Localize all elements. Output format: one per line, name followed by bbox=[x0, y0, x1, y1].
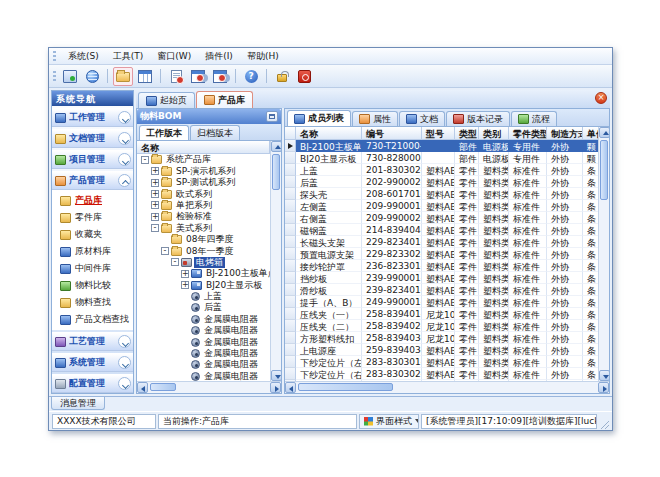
table-row[interactable]: BJ-2100主板单点730-T21000-12I部件电源板专用件外协颗 bbox=[285, 140, 598, 152]
sidebar-item-物料比较[interactable]: 物料比较 bbox=[52, 277, 133, 294]
tree-expand-box-icon[interactable]: + bbox=[181, 270, 189, 278]
sidebar-item-收藏夹[interactable]: 收藏夹 bbox=[52, 226, 133, 243]
sidebar-section-配置管理[interactable]: 配置管理 bbox=[52, 374, 133, 393]
table-row[interactable]: 预置电源支架229-823302-00I塑料ABS零件塑料类标准件外协条 bbox=[285, 248, 598, 260]
tree-node-金属膜电阻器[interactable]: 金属膜电阻器 bbox=[137, 371, 270, 381]
tree-node-单把系列[interactable]: +单把系列 bbox=[137, 200, 270, 211]
tree-collapse-box-icon[interactable]: - bbox=[141, 156, 149, 164]
doc-tab-产品库[interactable]: 产品库 bbox=[196, 91, 253, 108]
sidebar-item-原材料库[interactable]: 原材料库 bbox=[52, 243, 133, 260]
menu-item[interactable]: 帮助(H) bbox=[240, 49, 286, 64]
tree-collapse-box-icon[interactable]: - bbox=[161, 247, 169, 255]
table-row[interactable]: 左侧盖209-990001-01I塑料ABS零件塑料类标准件外协条 bbox=[285, 200, 598, 212]
chevron-down-icon[interactable] bbox=[118, 335, 131, 348]
table-row[interactable]: 长磁头支架229-823401-00I塑料ABS零件塑料类标准件外协条 bbox=[285, 236, 598, 248]
table-row[interactable]: 后盖202-990002-01I塑料ABS零件塑料类标准件外协条 bbox=[285, 176, 598, 188]
detail-tab-流程[interactable]: 流程 bbox=[511, 111, 557, 126]
sidebar-item-产品库[interactable]: 产品库 bbox=[52, 192, 133, 209]
chevron-down-icon[interactable] bbox=[118, 111, 131, 124]
menu-item[interactable]: 工具(T) bbox=[106, 49, 151, 64]
detail-tab-成员列表[interactable]: 成员列表 bbox=[287, 110, 351, 126]
column-header-制造方式[interactable]: 制造方式 bbox=[547, 127, 583, 140]
tree-node-SP-测试机系列[interactable]: +SP-测试机系列 bbox=[137, 177, 270, 188]
table-row[interactable]: 探头壳208-601701-01I塑料ABS零件塑料类标准件外协条 bbox=[285, 188, 598, 200]
table-row[interactable]: BJ20主显示板730-828000-04I部件电源板专用件外协颗 bbox=[285, 152, 598, 164]
column-header-类型[interactable]: 类型 bbox=[455, 127, 479, 140]
chevron-down-icon[interactable] bbox=[118, 356, 131, 369]
version-tab-归档版本[interactable]: 归档版本 bbox=[190, 125, 240, 140]
toolbar-button-window-close-all[interactable] bbox=[210, 67, 230, 86]
ui-style-dropdown[interactable]: 界面样式 bbox=[359, 414, 419, 429]
column-header-名称[interactable]: 名称 bbox=[296, 127, 362, 140]
tree-node-系统产品库[interactable]: -系统产品库 bbox=[137, 154, 270, 165]
detail-tab-文档[interactable]: 文档 bbox=[399, 111, 445, 126]
scroll-right-button[interactable] bbox=[598, 382, 609, 393]
table-row[interactable]: 下纱定位片（左）283-830301-00I塑料ABS零件塑料类标准件外协条 bbox=[285, 356, 598, 368]
scroll-down-button[interactable] bbox=[271, 370, 281, 381]
toolbar-button-monitor[interactable] bbox=[60, 67, 80, 86]
table-row[interactable]: 挡纱板239-990001-01I塑料ABS零件塑料类标准件外协条 bbox=[285, 272, 598, 284]
scroll-thumb[interactable] bbox=[150, 383, 176, 391]
toolbar-button-window-close[interactable] bbox=[188, 67, 208, 86]
resize-grip[interactable] bbox=[599, 419, 609, 429]
chevron-down-icon[interactable] bbox=[118, 377, 131, 390]
table-horizontal-scrollbar[interactable] bbox=[285, 381, 609, 393]
scroll-thumb[interactable] bbox=[272, 154, 280, 190]
tree-node-电烤箱[interactable]: -电烤箱 bbox=[137, 257, 270, 268]
column-header-类别[interactable]: 类别 bbox=[479, 127, 509, 140]
tree-expand-box-icon[interactable]: + bbox=[151, 179, 159, 187]
sidebar-item-产品文档查找[interactable]: 产品文档查找 bbox=[52, 311, 133, 328]
toolbar-grip[interactable] bbox=[53, 71, 56, 82]
menu-grip[interactable] bbox=[53, 51, 56, 62]
tree-node-欧式系列[interactable]: +欧式系列 bbox=[137, 189, 270, 200]
tree-vertical-scrollbar[interactable] bbox=[270, 141, 281, 381]
toolbar-button-globe[interactable] bbox=[82, 67, 102, 86]
toolbar-button-help[interactable]: ? bbox=[241, 67, 261, 86]
column-header-零件类型[interactable]: 零件类型 bbox=[509, 127, 547, 140]
table-row[interactable]: 上盖201-830302-00I塑料ABS零件塑料类标准件外协条 bbox=[285, 164, 598, 176]
tree-horizontal-scrollbar[interactable] bbox=[137, 381, 281, 393]
sidebar-section-工艺管理[interactable]: 工艺管理 bbox=[52, 332, 133, 351]
menu-item[interactable]: 插件(I) bbox=[198, 49, 240, 64]
table-row[interactable]: 上电源座259-839403-00I塑料ABS零件塑料类标准件外协条 bbox=[285, 344, 598, 356]
table-row[interactable]: 压线夹（一）258-839401-00I尼龙1010零件塑料类标准件外协条 bbox=[285, 308, 598, 320]
table-vertical-scrollbar[interactable] bbox=[598, 127, 609, 381]
toolbar-button-folder[interactable] bbox=[113, 67, 133, 86]
scroll-thumb[interactable] bbox=[298, 383, 393, 391]
tree-node-08年四季度[interactable]: 08年四季度 bbox=[137, 234, 270, 245]
sidebar-item-零件库[interactable]: 零件库 bbox=[52, 209, 133, 226]
tree-expand-box-icon[interactable]: + bbox=[151, 190, 159, 198]
scroll-left-button[interactable] bbox=[285, 382, 296, 393]
sidebar-item-物料查找[interactable]: 物料查找 bbox=[52, 294, 133, 311]
chevron-down-icon[interactable] bbox=[118, 132, 131, 145]
panel-float-button[interactable] bbox=[266, 111, 278, 122]
close-tab-button[interactable]: × bbox=[595, 92, 607, 104]
tree-node-金属膜电阻器[interactable]: 金属膜电阻器 bbox=[137, 314, 270, 325]
tree-node-08年一季度[interactable]: -08年一季度 bbox=[137, 246, 270, 257]
toolbar-button-document-close[interactable] bbox=[166, 67, 186, 86]
menu-item[interactable]: 系统(S) bbox=[61, 49, 106, 64]
column-header-单位[interactable]: 单位 bbox=[583, 127, 598, 140]
menu-item[interactable]: 窗口(W) bbox=[150, 49, 198, 64]
scroll-up-button[interactable] bbox=[271, 141, 281, 152]
table-row[interactable]: 接纱轮护罩236-823301-00I塑料ABS零件塑料类标准件外协条 bbox=[285, 260, 598, 272]
tree-node-金属膜电阻器[interactable]: 金属膜电阻器 bbox=[137, 348, 270, 359]
chevron-up-icon[interactable] bbox=[118, 174, 131, 187]
message-manager-tab[interactable]: 消息管理 bbox=[51, 397, 105, 410]
tree-expand-box-icon[interactable]: + bbox=[151, 201, 159, 209]
tree-node-金属膜电阻器[interactable]: 金属膜电阻器 bbox=[137, 325, 270, 336]
tree-expand-box-icon[interactable]: + bbox=[151, 167, 159, 175]
tree-node-美式系列[interactable]: -美式系列 bbox=[137, 223, 270, 234]
tree-node-上盖[interactable]: 上盖 bbox=[137, 291, 270, 302]
column-header-编号[interactable]: 编号 bbox=[362, 127, 422, 140]
chevron-down-icon[interactable] bbox=[118, 153, 131, 166]
table-row[interactable]: 磁钢盖214-839404-01I塑料ABS零件塑料类标准件外协条 bbox=[285, 224, 598, 236]
sidebar-section-项目管理[interactable]: 项目管理 bbox=[52, 150, 133, 169]
table-row[interactable]: 方形塑料线扣258-839403-00I尼龙1010零件塑料类标准件外协条 bbox=[285, 332, 598, 344]
tree-expand-box-icon[interactable]: + bbox=[151, 213, 159, 221]
sidebar-section-工作管理[interactable]: 工作管理 bbox=[52, 108, 133, 127]
scroll-up-button[interactable] bbox=[599, 127, 609, 138]
version-tab-工作版本[interactable]: 工作版本 bbox=[139, 125, 189, 140]
table-row[interactable]: 滑纱板239-823401-00I塑料ABS零件塑料类标准件外协条 bbox=[285, 284, 598, 296]
toolbar-button-layout-grid[interactable] bbox=[135, 67, 155, 86]
